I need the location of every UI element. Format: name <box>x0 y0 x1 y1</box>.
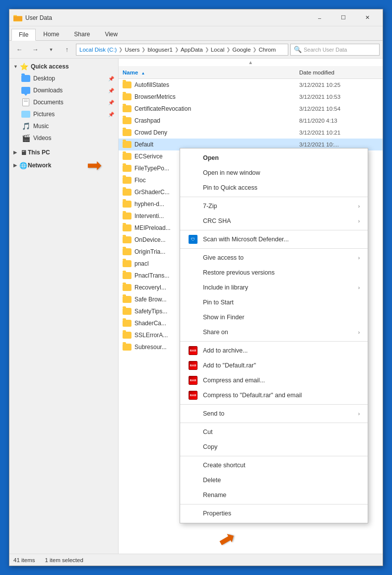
context-menu-item-create-shortcut[interactable]: Create shortcut <box>180 458 368 473</box>
ctx-item-label: Open in new window <box>203 169 260 176</box>
ctx-submenu-arrow: › <box>358 285 360 290</box>
search-placeholder: Search User Data <box>304 47 347 53</box>
context-menu-item-cut[interactable]: Cut <box>180 425 368 439</box>
ctx-item-icon <box>188 253 198 263</box>
tab-view[interactable]: View <box>97 28 125 40</box>
thispc-icon: 🖥 <box>19 148 28 157</box>
sidebar-item-desktop[interactable]: Desktop 📌 <box>9 72 118 84</box>
context-menu-item-compress-and-email[interactable]: RARCompress and email... <box>180 373 368 388</box>
ctx-item-icon <box>188 327 198 337</box>
ctx-item-icon: 🛡 <box>188 234 198 244</box>
context-menu-item-rename[interactable]: Rename <box>180 488 368 503</box>
ctx-separator <box>180 197 368 197</box>
sidebar-item-music[interactable]: 🎵 Music <box>9 120 118 132</box>
file-row[interactable]: AutofillStates3/12/2021 10:25 <box>119 79 383 91</box>
context-menu-item-7-zip[interactable]: 7-Zip› <box>180 199 368 214</box>
address-arrow-2: ❯ <box>141 47 145 52</box>
sidebar-label-desktop: Desktop <box>33 75 55 82</box>
file-row[interactable]: CertificateRevocation3/12/2021 10:54 <box>119 103 383 115</box>
svg-rect-2 <box>13 16 22 21</box>
context-menu-item-crc-sha[interactable]: CRC SHA› <box>180 214 368 228</box>
context-menu-item-open-in-new-window[interactable]: Open in new window <box>180 165 368 180</box>
context-menu-item-pin-to-start[interactable]: Pin to Start <box>180 295 368 310</box>
context-menu-item-compress-to-defaultrar-and-email[interactable]: RARCompress to "Default.rar" and email <box>180 388 368 403</box>
context-menu-item-send-to[interactable]: Send to› <box>180 406 368 421</box>
sidebar-item-videos[interactable]: 🎬 Videos <box>9 132 118 144</box>
context-menu-item-restore-previous-versions[interactable]: Restore previous versions <box>180 265 368 280</box>
context-menu-item-pin-to-quick-access[interactable]: Pin to Quick access <box>180 180 368 195</box>
ctx-item-label: Rename <box>203 492 226 499</box>
context-menu-item-add-to-archive[interactable]: RARAdd to archive... <box>180 343 368 358</box>
sidebar-item-pictures[interactable]: Pictures 📌 <box>9 108 118 120</box>
context-menu-item-copy[interactable]: Copy <box>180 439 368 454</box>
context-menu-item-show-in-finder[interactable]: Show in Finder <box>180 310 368 325</box>
folder-icon <box>123 129 131 136</box>
ctx-submenu-arrow: › <box>358 204 360 209</box>
sidebar-section-thispc[interactable]: ▶ 🖥 This PC <box>9 146 118 159</box>
folder-icon <box>123 236 131 243</box>
context-menu-item-properties[interactable]: Properties <box>180 506 368 521</box>
tab-file[interactable]: File <box>11 29 36 41</box>
file-name: BrowserMetrics <box>134 93 296 100</box>
ctx-item-label: 7-Zip <box>203 203 217 210</box>
close-button[interactable]: ✕ <box>356 10 379 25</box>
sidebar-item-downloads[interactable]: Downloads 📌 <box>9 84 118 96</box>
sidebar-section-network[interactable]: ▶ 🌐 Network <box>9 159 118 172</box>
address-segment-chrome: Chrom <box>259 47 276 53</box>
folder-icon <box>123 296 131 303</box>
sidebar-label-videos: Videos <box>33 135 51 142</box>
thispc-label: This PC <box>28 149 50 156</box>
context-menu-item-include-in-library[interactable]: Include in library› <box>180 280 368 295</box>
ctx-item-icon <box>188 201 198 211</box>
search-box[interactable]: 🔍 Search User Data <box>290 44 380 56</box>
ribbon-tabs: File Home Share View <box>9 26 383 40</box>
ctx-item-icon <box>188 283 198 292</box>
forward-button[interactable]: → <box>28 43 42 56</box>
file-name: Default <box>134 141 296 148</box>
tab-share[interactable]: Share <box>66 28 97 40</box>
context-menu-item-give-access-to[interactable]: Give access to› <box>180 250 368 265</box>
context-menu-item-open[interactable]: Open <box>180 150 368 165</box>
back-button[interactable]: ← <box>12 43 26 56</box>
ctx-submenu-arrow: › <box>358 255 360 261</box>
address-bar[interactable]: Local Disk (C:) ❯ Users ❯ bloguser1 ❯ Ap… <box>76 44 288 56</box>
sidebar-label-pictures: Pictures <box>33 111 55 118</box>
ctx-item-icon: RAR <box>188 346 198 356</box>
tab-home[interactable]: Home <box>36 28 66 40</box>
sidebar-section-quick-access[interactable]: ▼ ⭐ Quick access <box>9 61 118 72</box>
up-button[interactable]: ↑ <box>60 43 74 56</box>
context-menu-item-delete[interactable]: Delete <box>180 473 368 488</box>
title-bar-icon <box>13 13 22 22</box>
selection-info: 1 item selected <box>45 557 83 563</box>
sidebar-item-documents[interactable]: Documents 📌 <box>9 96 118 108</box>
ctx-item-icon <box>188 297 198 307</box>
ctx-item-label: Cut <box>203 429 212 435</box>
folder-icon <box>123 320 131 327</box>
file-row[interactable]: Crowd Deny3/12/2021 10:21 <box>119 127 383 139</box>
documents-icon <box>21 98 30 107</box>
maximize-button[interactable]: ☐ <box>332 10 355 25</box>
ctx-item-label: Add to archive... <box>203 347 248 354</box>
address-arrow-6: ❯ <box>253 47 257 52</box>
folder-icon <box>123 344 131 351</box>
col-date-header[interactable]: Date modified <box>299 70 379 75</box>
folder-icon <box>123 141 131 148</box>
file-row[interactable]: Crashpad8/11/2020 4:13 <box>119 115 383 127</box>
ctx-item-label: Give access to <box>203 254 244 261</box>
minimize-button[interactable]: – <box>308 10 331 25</box>
context-menu-item-scan-with-microsoft-defender[interactable]: 🛡Scan with Microsoft Defender... <box>180 232 368 247</box>
file-name: Crashpad <box>134 117 296 124</box>
ctx-submenu-arrow: › <box>358 330 360 335</box>
context-menu: OpenOpen in new windowPin to Quick acces… <box>180 148 368 523</box>
ctx-item-label: Compress and email... <box>203 377 265 384</box>
col-name-header[interactable]: Name ▲ <box>123 70 299 75</box>
context-menu-item-add-to-defaultrar[interactable]: RARAdd to "Default.rar" <box>180 358 368 373</box>
ctx-item-label: Open <box>203 154 219 161</box>
recent-button[interactable]: ▼ <box>44 43 58 56</box>
ctx-item-label: Share on <box>203 329 228 336</box>
folder-icon <box>123 105 131 112</box>
context-menu-item-share-on[interactable]: Share on› <box>180 325 368 340</box>
file-row[interactable]: BrowserMetrics3/12/2021 10:53 <box>119 91 383 103</box>
ctx-item-label: Properties <box>203 510 231 517</box>
window-title: User Data <box>25 14 308 21</box>
